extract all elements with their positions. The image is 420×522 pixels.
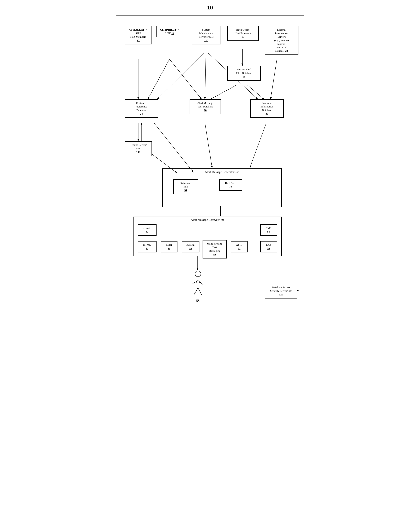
alertmsg-node: Alert Message Text Database 26 (190, 99, 221, 114)
alertmsg-num: 26 (192, 108, 218, 112)
custpref-line3: Database (127, 108, 156, 112)
ratesinfo-line1: Rates and (253, 101, 281, 105)
person-figure: 58 (188, 270, 209, 303)
html-node: HTML 44 (138, 241, 157, 253)
svg-line-7 (169, 59, 202, 100)
pager-node: Pager 46 (161, 241, 177, 253)
external-line4: (e.g., Internet (267, 39, 296, 42)
sysmaint-num: 110 (194, 39, 218, 42)
person-num: 58 (188, 299, 209, 303)
hostalert-node: Host Alert 36 (219, 179, 242, 191)
alertmsg-line1: Alert Message (192, 101, 218, 105)
hostalert-num: 36 (222, 185, 240, 189)
citialert-node: CITIALERT™ SITE Non-Members 12 (125, 26, 152, 44)
ratesinfo-line3: Database (253, 108, 281, 112)
sysmaint-node: System Maintenance Servever/Site 110 (192, 26, 221, 44)
svg-line-4 (248, 85, 264, 100)
csrcall-node: CSR call 48 (182, 241, 199, 253)
backoffice-num: 18 (230, 35, 256, 39)
svg-line-16 (250, 123, 266, 168)
html-line1: HTML (140, 243, 154, 247)
custpref-line2: Preference (127, 105, 156, 108)
email-line1: e-mail (140, 226, 154, 230)
mobileph-node: Mobile Phone Text Messaging 50 (202, 240, 227, 259)
hosthandoff-line2: Files Database (230, 71, 258, 75)
alertgw-num: 40 (221, 218, 224, 221)
ratesinfo-line2: Information (253, 105, 281, 108)
sysmaint-line1: System (194, 28, 218, 32)
xml-line1: XML (233, 243, 245, 247)
diagram-title: 10 (116, 4, 304, 11)
ratesinfo-node: Rates and Information Database 30 (250, 99, 284, 118)
svg-line-25 (198, 280, 203, 285)
alertgw-container: Alert Message Gateways 40 e-mail 42 HTML… (133, 217, 282, 256)
svg-line-8 (157, 53, 204, 100)
citidirect-node: CITIDIRECT™ SITE 14 (156, 26, 183, 37)
svg-line-27 (198, 288, 202, 295)
sms-num: 56 (263, 230, 275, 234)
svg-line-3 (210, 85, 236, 100)
hosthandoff-num: 16 (230, 75, 258, 78)
reportsserver-node: Reports Server/ Site 100 (125, 141, 152, 156)
alertgw-label: Alert Message Gateways 40 (191, 218, 224, 222)
mobileph-num: 50 (205, 253, 224, 256)
external-line7: sources) 28 (267, 49, 296, 53)
svg-line-28 (196, 280, 197, 285)
citialert-line3: Non-Members (127, 35, 150, 39)
svg-line-11 (270, 60, 277, 100)
svg-line-15 (205, 123, 212, 168)
csrcall-num: 48 (184, 247, 197, 250)
hosthandoff-line1: Host Handoff (230, 68, 258, 71)
svg-line-6 (148, 59, 170, 100)
ratesinfo-num: 30 (266, 112, 268, 115)
dbaccess-num: 120 (267, 293, 295, 296)
external-line5: sources, (267, 42, 296, 46)
external-line6: contracted (267, 46, 296, 49)
alertgen-label: Alert Message Generators 32 (205, 170, 239, 174)
ratesinfo34-num: 34 (176, 189, 196, 192)
pager-num: 46 (163, 247, 175, 250)
svg-line-24 (193, 280, 198, 284)
citidirect-line1: CITIDIRECT™ (159, 28, 181, 32)
custpref-num: 24 (127, 112, 156, 116)
reportsserver-num: 100 (127, 150, 150, 154)
citialert-line1: CITIALERT™ (127, 28, 150, 32)
xml-node: XML 52 (231, 241, 248, 253)
mobileph-line3: Messaging (205, 249, 224, 253)
fax-node: FAX 54 (260, 241, 277, 253)
sms-line1: SMS (263, 226, 275, 230)
reportsserver-line2: Site (127, 147, 150, 150)
sysmaint-line2: Maintenance (194, 32, 218, 35)
external-line3: Servers (267, 35, 296, 39)
xml-num: 52 (238, 247, 240, 250)
alertgen-container: Alert Message Generators 32 Rates and In… (162, 169, 282, 207)
svg-line-26 (194, 288, 198, 295)
hostalert-line1: Host Alert (222, 181, 240, 185)
reportsserver-line1: Reports Server/ (127, 143, 150, 147)
custpref-node: Customer Preference Database 24 (125, 99, 158, 118)
ratesinfo34-node: Rates and Info 34 (173, 179, 198, 194)
fax-num: 54 (267, 247, 270, 250)
custpref-line1: Customer (127, 101, 156, 105)
svg-line-29 (199, 280, 200, 285)
external-node: External Information Servers (e.g., Inte… (265, 26, 298, 55)
sms-node: SMS 56 (260, 224, 277, 236)
html-num: 44 (140, 247, 154, 250)
svg-line-9 (205, 53, 206, 100)
external-num: 28 (285, 49, 288, 52)
alertgen-num: 32 (236, 170, 239, 174)
email-node: e-mail 42 (138, 224, 157, 236)
mobileph-line1: Mobile Phone (205, 242, 224, 246)
backoffice-node: Back Office Host Processor 18 (227, 26, 259, 41)
sysmaint-line3: Servever/Site (194, 35, 218, 39)
citidirect-line2: SITE 14 (159, 32, 181, 35)
dbaccess-line2: Security Server/Site (267, 289, 295, 293)
citialert-line2: SITE (127, 32, 150, 35)
hosthandoff-node: Host Handoff Files Database 16 (227, 66, 261, 81)
external-line1: External (267, 28, 296, 32)
backoffice-line1: Back Office (230, 28, 256, 32)
mobileph-line2: Text (205, 246, 224, 249)
fax-line1: FAX (263, 243, 275, 247)
email-num: 42 (140, 230, 154, 234)
citidirect-num: 14 (171, 32, 174, 35)
